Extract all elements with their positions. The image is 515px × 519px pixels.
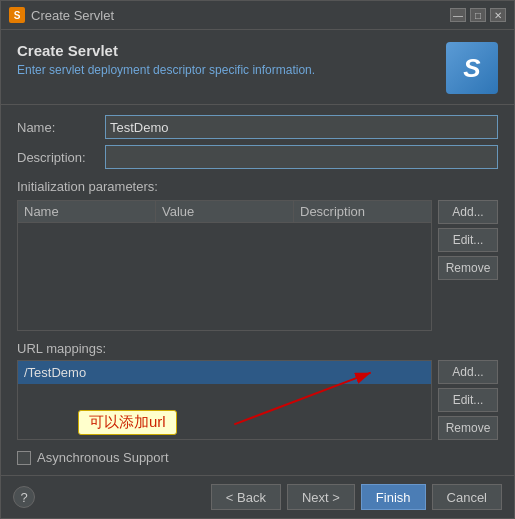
col-description: Description [294, 201, 431, 222]
url-buttons: Add... Edit... Remove [438, 360, 498, 440]
url-remove-button[interactable]: Remove [438, 416, 498, 440]
description-input[interactable] [105, 145, 498, 169]
footer-left: ? [13, 486, 35, 508]
header-text: Create Servlet Enter servlet deployment … [17, 42, 315, 77]
annotation-bubble: 可以添加url [78, 410, 177, 435]
description-label: Description: [17, 150, 97, 165]
minimize-button[interactable]: — [450, 8, 466, 22]
title-bar-left: S Create Servlet [9, 7, 114, 23]
name-input[interactable] [105, 115, 498, 139]
url-list: /TestDemo 可以添加url [17, 360, 432, 440]
window-icon: S [9, 7, 25, 23]
async-row: Asynchronous Support [17, 450, 498, 465]
col-value: Value [156, 201, 294, 222]
url-section: URL mappings: /TestDemo 可以添加url [17, 337, 498, 440]
table-body [18, 223, 431, 330]
name-label: Name: [17, 120, 97, 135]
init-params-buttons: Add... Edit... Remove [438, 200, 498, 331]
header-area: Create Servlet Enter servlet deployment … [1, 30, 514, 105]
async-checkbox[interactable] [17, 451, 31, 465]
init-params-section: Name Value Description Add... Edit... Re… [17, 200, 498, 331]
description-row: Description: [17, 145, 498, 169]
init-add-button[interactable]: Add... [438, 200, 498, 224]
col-name: Name [18, 201, 156, 222]
header-title: Create Servlet [17, 42, 315, 59]
title-bar: S Create Servlet — □ ✕ [1, 1, 514, 30]
create-servlet-window: S Create Servlet — □ ✕ Create Servlet En… [0, 0, 515, 519]
url-section-wrapper: /TestDemo 可以添加url Add... [17, 360, 498, 440]
url-edit-button[interactable]: Edit... [438, 388, 498, 412]
next-button[interactable]: Next > [287, 484, 355, 510]
init-edit-button[interactable]: Edit... [438, 228, 498, 252]
back-button[interactable]: < Back [211, 484, 281, 510]
init-params-label: Initialization parameters: [17, 179, 498, 194]
header-subtitle: Enter servlet deployment descriptor spec… [17, 63, 315, 77]
footer-right: < Back Next > Finish Cancel [211, 484, 502, 510]
title-controls: — □ ✕ [450, 8, 506, 22]
help-button[interactable]: ? [13, 486, 35, 508]
async-label: Asynchronous Support [37, 450, 169, 465]
name-row: Name: [17, 115, 498, 139]
header-logo: S [446, 42, 498, 94]
maximize-button[interactable]: □ [470, 8, 486, 22]
cancel-button[interactable]: Cancel [432, 484, 502, 510]
url-mappings-label: URL mappings: [17, 341, 498, 356]
url-item[interactable]: /TestDemo [18, 361, 431, 384]
window-title: Create Servlet [31, 8, 114, 23]
form-area: Name: Description: Initialization parame… [1, 105, 514, 475]
footer: ? < Back Next > Finish Cancel [1, 475, 514, 518]
close-button[interactable]: ✕ [490, 8, 506, 22]
table-header: Name Value Description [18, 201, 431, 223]
init-params-table: Name Value Description [17, 200, 432, 331]
url-add-button[interactable]: Add... [438, 360, 498, 384]
finish-button[interactable]: Finish [361, 484, 426, 510]
init-remove-button[interactable]: Remove [438, 256, 498, 280]
